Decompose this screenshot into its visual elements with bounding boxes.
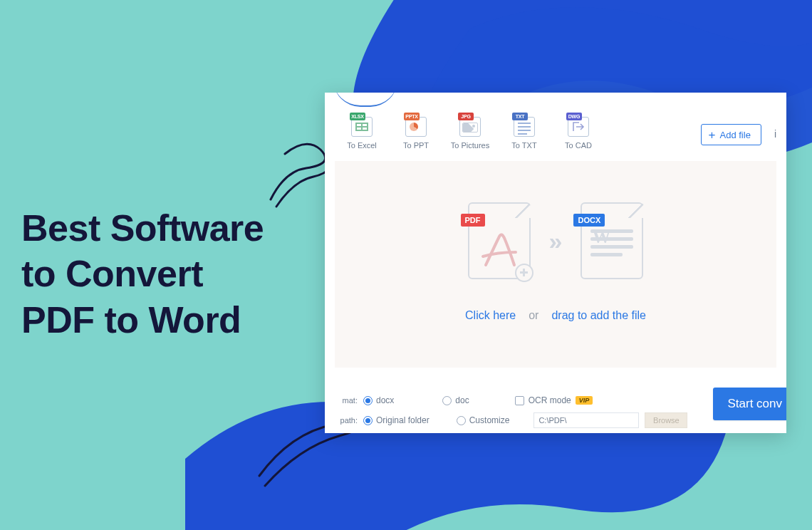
start-convert-button[interactable]: Start conv — [713, 388, 786, 420]
add-file-button[interactable]: + Add file — [701, 124, 761, 145]
radio-icon — [457, 416, 466, 425]
format-label: mat: — [335, 396, 358, 405]
ppt-icon: PPTX — [404, 113, 428, 137]
toolbar-label-pictures: To Pictures — [451, 141, 489, 150]
ocr-mode-label: OCR mode — [529, 395, 571, 405]
plus-icon: + — [709, 129, 716, 141]
hero-line-1: Best Software — [21, 205, 264, 251]
toolbar-item-to-txt[interactable]: TXT To TXT — [500, 113, 548, 150]
radio-icon — [442, 396, 452, 405]
path-customize-label: Customize — [469, 415, 510, 425]
toolbar-label-ppt: To PPT — [403, 141, 429, 150]
txt-icon: TXT — [512, 113, 536, 137]
info-icon[interactable]: i — [774, 128, 776, 140]
adobe-lambda-icon — [480, 228, 519, 269]
format-doc-radio[interactable]: doc — [442, 395, 469, 405]
toolbar-item-to-excel[interactable]: XLSX To Excel — [338, 113, 386, 150]
hero-line-3: PDF to Word — [21, 297, 264, 343]
path-original-label: Original folder — [376, 415, 430, 425]
picture-icon: JPG — [458, 113, 482, 137]
toolbar-item-to-pictures[interactable]: JPG To Pictures — [446, 113, 494, 150]
settings-bar: mat: docx doc OCR mode VIP path: Origina… — [325, 382, 786, 433]
docx-file-icon: DOCX W — [581, 202, 643, 279]
docx-badge: DOCX — [573, 214, 605, 227]
arrow-right-icon: » — [549, 227, 563, 255]
output-path-input[interactable] — [533, 412, 639, 428]
browse-button[interactable]: Browse — [645, 412, 687, 428]
path-label: path: — [335, 416, 358, 425]
ocr-mode-checkbox[interactable]: OCR mode VIP — [515, 395, 593, 405]
format-docx-label: docx — [376, 395, 394, 405]
toolbar-label-txt: To TXT — [511, 141, 536, 150]
radio-icon — [363, 396, 373, 405]
toolbar-label-cad: To CAD — [565, 141, 592, 150]
drop-or-text: or — [529, 309, 538, 322]
converter-app-window: XLSX To Excel PPTX To PPT JPG To Picture… — [325, 93, 786, 433]
format-docx-radio[interactable]: docx — [363, 395, 394, 405]
path-original-radio[interactable]: Original folder — [363, 415, 430, 425]
drag-add-link[interactable]: drag to add the file — [551, 309, 646, 322]
checkbox-icon — [515, 396, 524, 405]
toolbar-item-to-ppt[interactable]: PPTX To PPT — [392, 113, 440, 150]
add-file-label: Add file — [720, 130, 751, 140]
conversion-graphic: PDF » DOCX W — [468, 202, 644, 279]
pdf-badge: PDF — [461, 214, 485, 227]
hero-line-2: to Convert — [21, 251, 264, 296]
pdf-file-icon: PDF — [468, 202, 531, 279]
add-plus-icon — [515, 264, 533, 282]
drop-prompt: Click here or drag to add the file — [465, 309, 646, 322]
toolbar-label-excel: To Excel — [347, 141, 377, 150]
excel-icon: XLSX — [350, 113, 374, 137]
conversion-toolbar: XLSX To Excel PPTX To PPT JPG To Picture… — [325, 93, 786, 157]
format-doc-label: doc — [455, 395, 469, 405]
toolbar-item-to-cad[interactable]: DWG To CAD — [554, 113, 603, 150]
file-drop-area[interactable]: PDF » DOCX W Click here or drag to add t… — [335, 161, 776, 368]
path-customize-radio[interactable]: Customize — [457, 415, 510, 425]
hero-headline: Best Software to Convert PDF to Word — [21, 205, 264, 343]
vip-badge: VIP — [576, 396, 593, 405]
radio-icon — [363, 416, 373, 425]
click-here-link[interactable]: Click here — [465, 309, 516, 322]
cad-icon: DWG — [566, 113, 590, 137]
